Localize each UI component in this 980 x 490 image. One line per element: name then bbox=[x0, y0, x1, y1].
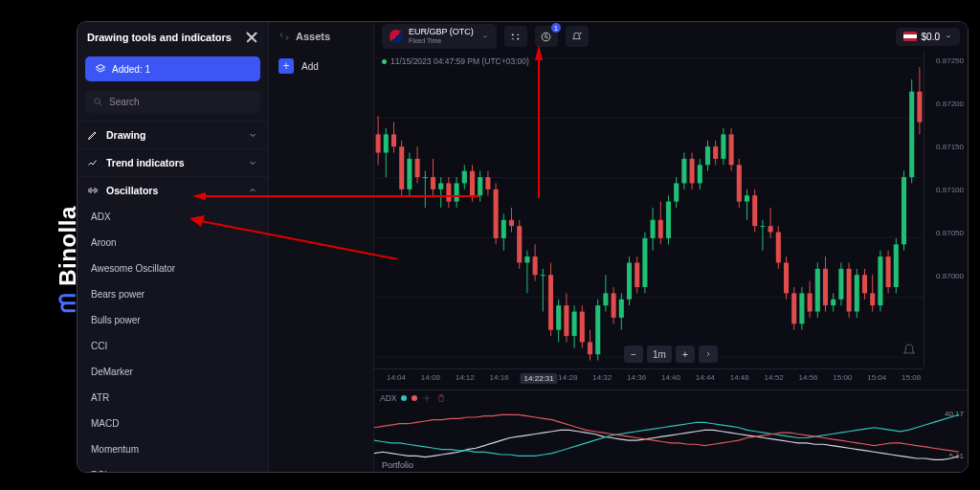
timeframe-label[interactable]: 1m bbox=[647, 345, 672, 363]
added-label: Added: 1 bbox=[112, 64, 150, 75]
svg-rect-15 bbox=[399, 146, 404, 189]
live-dot-icon bbox=[382, 59, 387, 64]
y-tick: 0.87000 bbox=[936, 272, 964, 280]
chart-settings-button[interactable] bbox=[504, 26, 527, 47]
indicator-item-awesome-oscillator[interactable]: Awesome Oscillator bbox=[78, 256, 268, 281]
svg-rect-77 bbox=[642, 238, 647, 287]
svg-rect-37 bbox=[485, 177, 490, 189]
x-tick: 14:12 bbox=[456, 373, 475, 382]
svg-rect-93 bbox=[705, 146, 710, 165]
y-tick: 0.87200 bbox=[936, 100, 964, 108]
zoom-out-button[interactable]: − bbox=[624, 345, 643, 363]
svg-rect-27 bbox=[446, 183, 451, 201]
indicator-item-rsi[interactable]: RSI bbox=[78, 462, 268, 472]
assets-title: Assets bbox=[269, 22, 373, 51]
added-indicators-pill[interactable]: Added: 1 bbox=[85, 56, 260, 81]
svg-rect-145 bbox=[909, 92, 914, 177]
balance-selector[interactable]: $0.0 bbox=[896, 28, 960, 46]
x-tick: 14:40 bbox=[661, 373, 680, 382]
category-oscillators[interactable]: Oscillators bbox=[78, 176, 268, 204]
di-plus-dot-icon bbox=[401, 395, 407, 401]
svg-rect-19 bbox=[415, 159, 420, 177]
x-tick: 14:08 bbox=[421, 373, 440, 382]
indicator-item-atr[interactable]: ATR bbox=[78, 385, 268, 411]
cat-drawing-label: Drawing bbox=[106, 129, 145, 141]
tools-panel-title: Drawing tools and indicators bbox=[78, 22, 268, 53]
svg-rect-55 bbox=[556, 305, 561, 330]
chart-canvas[interactable]: 0.872500.872000.871500.871000.870500.870… bbox=[374, 49, 968, 472]
svg-rect-57 bbox=[564, 305, 568, 336]
add-label: Add bbox=[301, 61, 319, 72]
tools-title-text: Drawing tools and indicators bbox=[87, 32, 232, 43]
alert-add-button[interactable] bbox=[566, 26, 589, 47]
svg-rect-23 bbox=[431, 177, 435, 189]
svg-point-148 bbox=[426, 397, 429, 400]
svg-rect-69 bbox=[612, 293, 616, 318]
svg-rect-73 bbox=[627, 262, 632, 299]
y-axis: 0.872500.872000.871500.871000.870500.870… bbox=[924, 49, 968, 367]
svg-rect-135 bbox=[870, 293, 875, 305]
svg-rect-41 bbox=[501, 220, 506, 238]
adx-value-lo: 5.11 bbox=[948, 452, 964, 460]
svg-rect-97 bbox=[721, 134, 725, 159]
alert-bell-button[interactable] bbox=[901, 342, 918, 359]
indicator-item-aroon[interactable]: Aroon bbox=[78, 230, 268, 256]
svg-rect-75 bbox=[635, 262, 639, 287]
indicator-item-demarker[interactable]: DeMarker bbox=[78, 359, 268, 385]
assets-title-text: Assets bbox=[296, 31, 330, 42]
svg-rect-29 bbox=[455, 183, 459, 201]
svg-rect-115 bbox=[791, 293, 796, 323]
indicator-item-macd[interactable]: MACD bbox=[78, 411, 268, 436]
svg-rect-59 bbox=[572, 312, 577, 337]
delete-icon[interactable] bbox=[436, 393, 446, 403]
layers-icon bbox=[95, 63, 106, 75]
add-asset-button[interactable]: + Add bbox=[269, 51, 373, 81]
chevron-down-icon bbox=[247, 157, 258, 168]
chevron-right-icon bbox=[704, 350, 712, 358]
pair-selector[interactable]: EUR/GBP (OTC) Fixed Time bbox=[382, 24, 497, 49]
di-minus-dot-icon bbox=[412, 395, 417, 401]
category-trend[interactable]: Trend indicators bbox=[78, 148, 268, 176]
zoom-in-button[interactable]: + bbox=[676, 345, 695, 363]
category-drawing[interactable]: Drawing bbox=[78, 121, 268, 148]
indicator-item-bulls-power[interactable]: Bulls power bbox=[78, 307, 268, 333]
topbar: EUR/GBP (OTC) Fixed Time 1 $0.0 bbox=[374, 22, 968, 51]
adx-label: ADX bbox=[380, 393, 396, 403]
indicator-item-cci[interactable]: CCI bbox=[78, 333, 268, 359]
close-icon[interactable] bbox=[245, 31, 258, 44]
portfolio-tab[interactable]: Portfolio bbox=[382, 460, 413, 470]
svg-rect-113 bbox=[784, 262, 789, 293]
search-input[interactable]: Search bbox=[85, 91, 260, 113]
chevron-down-icon bbox=[481, 33, 489, 40]
svg-rect-13 bbox=[391, 134, 396, 146]
svg-point-0 bbox=[95, 99, 100, 104]
svg-rect-79 bbox=[651, 220, 656, 238]
oscillator-icon bbox=[87, 185, 99, 196]
x-tick: 15:04 bbox=[867, 373, 886, 382]
adx-value-hi: 40.17 bbox=[945, 410, 964, 418]
x-tick: 15:00 bbox=[833, 373, 852, 382]
svg-rect-25 bbox=[438, 183, 443, 189]
svg-rect-61 bbox=[580, 312, 585, 343]
indicator-item-adx[interactable]: ADX bbox=[78, 204, 268, 230]
svg-rect-143 bbox=[902, 177, 906, 244]
gear-icon[interactable] bbox=[422, 393, 432, 403]
indicator-item-momentum[interactable]: Momentum bbox=[78, 436, 268, 462]
svg-rect-123 bbox=[823, 269, 828, 305]
svg-rect-87 bbox=[681, 159, 686, 184]
svg-rect-109 bbox=[768, 226, 773, 232]
svg-rect-71 bbox=[619, 300, 624, 318]
x-tick: 14:52 bbox=[765, 373, 784, 382]
indicator-item-bears-power[interactable]: Bears power bbox=[78, 281, 268, 307]
svg-rect-45 bbox=[517, 226, 522, 262]
svg-rect-103 bbox=[745, 195, 749, 201]
plus-icon: + bbox=[278, 58, 294, 74]
scroll-right-button[interactable] bbox=[699, 345, 718, 363]
svg-rect-137 bbox=[878, 256, 882, 305]
chevron-down-icon bbox=[945, 33, 952, 40]
svg-rect-99 bbox=[729, 134, 734, 165]
x-tick: 14:36 bbox=[627, 373, 646, 382]
x-marker: 14:22:31 bbox=[521, 373, 558, 384]
svg-rect-43 bbox=[509, 220, 514, 226]
indicators-button[interactable]: 1 bbox=[535, 26, 558, 47]
